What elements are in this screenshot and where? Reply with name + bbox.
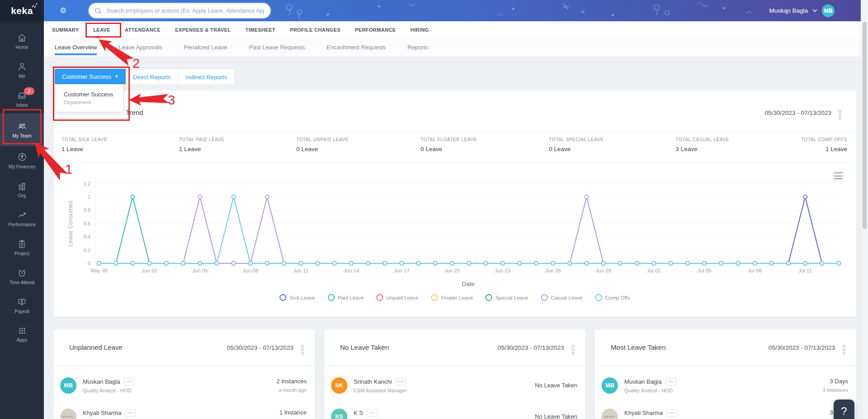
card-title: Unplanned Leave	[69, 343, 123, 351]
card-date-range[interactable]: 05/30/2023 - 07/13/2023	[227, 344, 294, 351]
svg-text:Jun 08: Jun 08	[242, 268, 258, 273]
sidebar-item-payroll[interactable]: Payroll	[0, 291, 44, 320]
sidebar-item-org[interactable]: Org	[0, 175, 44, 204]
card-date-range[interactable]: 05/30/2023 - 07/13/2023	[768, 344, 835, 351]
tab-hiring[interactable]: HIRING	[403, 27, 436, 33]
tab-direct-reports[interactable]: Direct Reports	[126, 69, 178, 85]
employee-more-icon[interactable]	[125, 409, 136, 417]
employee-name[interactable]: K S	[354, 409, 363, 416]
sidebar-item-apps[interactable]: Apps	[0, 320, 44, 349]
global-search[interactable]	[89, 3, 270, 18]
trend-card-menu-icon[interactable]	[838, 109, 842, 121]
sidebar-item-project[interactable]: Project	[0, 233, 44, 262]
stat-total-paid-leave: TOTAL PAID LEAVE1 Leave	[179, 137, 224, 162]
employee-name[interactable]: Srinath Kanchi	[354, 378, 392, 385]
team-icon	[17, 121, 27, 131]
employee-more-icon[interactable]	[123, 378, 134, 386]
subtab-past-leave-requests[interactable]: Past Leave Requests	[238, 38, 316, 57]
no-leave-taken-card: No Leave Taken 05/30/2023 - 07/13/2023 S…	[324, 330, 586, 419]
search-input[interactable]	[105, 7, 270, 14]
tab-expenses-travel[interactable]: EXPENSES & TRAVEL	[168, 27, 238, 33]
avatar[interactable]: KHYATI	[602, 409, 618, 419]
keka-logo-text: keka	[11, 5, 33, 16]
subtab-penalized-leave[interactable]: Penalized Leave	[173, 38, 238, 57]
avatar[interactable]: KS	[331, 409, 347, 419]
sidebar-item-my-finances[interactable]: My Finances	[0, 146, 44, 175]
help-button[interactable]: ?	[834, 400, 854, 419]
team-filter-group: Customer Success ▼ Direct Reports Indire…	[55, 69, 235, 85]
subtab-encashment-requests[interactable]: Encashment Requests	[316, 38, 397, 57]
dropdown-menu-item[interactable]: Customer Success Department	[55, 91, 123, 105]
employee-name[interactable]: Khyati Sharma	[624, 409, 663, 416]
employee-more-icon[interactable]	[367, 409, 378, 417]
tab-leave[interactable]: LEAVE	[86, 27, 118, 33]
legend-casual-leave[interactable]: Casual Leave	[541, 294, 583, 301]
sidebar-item-home[interactable]: Home	[0, 27, 44, 56]
payroll-monitor-icon	[17, 297, 27, 307]
legend-unpaid-leave[interactable]: Unpaid Leave	[376, 294, 418, 301]
svg-text:0.8: 0.8	[84, 207, 90, 213]
svg-text:Jul 05: Jul 05	[697, 268, 711, 273]
employee-row: MB Muskan Bagla Quality Analyst - HOD 2 …	[53, 370, 315, 401]
tab-profile-changes[interactable]: PROFILE CHANGES	[283, 27, 348, 33]
leave-subtabs: Leave Overview Leave Approvals Penalized…	[44, 38, 861, 57]
svg-text:Jul 11: Jul 11	[798, 268, 812, 273]
card-menu-icon[interactable]	[842, 344, 846, 356]
employee-name[interactable]: Khyati Sharma	[83, 409, 121, 416]
user-menu[interactable]: Muskan Bagla MB	[769, 0, 835, 21]
leave-trend-chart: 00.20.40.60.811.2May 30Jun 02Jun 05Jun 0…	[53, 163, 856, 294]
employee-name[interactable]: Muskan Bagla	[83, 378, 120, 385]
sidebar-item-performance[interactable]: Performance	[0, 204, 44, 233]
tab-summary[interactable]: SUMMARY	[45, 27, 86, 33]
employee-more-icon[interactable]	[395, 378, 406, 386]
legend-floater-leave[interactable]: Floater Leave	[431, 294, 473, 301]
card-menu-icon[interactable]	[571, 344, 575, 356]
trend-date-range[interactable]: 05/30/2023 - 07/13/2023	[765, 110, 831, 116]
legend-comp-offs[interactable]: Comp Offs	[595, 294, 630, 301]
sidebar-item-time-attend[interactable]: Time Attend	[0, 262, 44, 291]
chart-export-menu-icon[interactable]	[833, 171, 844, 181]
card-title: No Leave Taken	[340, 343, 389, 351]
leave-instances: 1 Instance	[279, 409, 307, 416]
subtab-leave-overview[interactable]: Leave Overview	[44, 38, 108, 57]
avatar[interactable]: SK	[331, 377, 347, 394]
subtab-reports[interactable]: Reports	[397, 38, 439, 57]
employee-more-icon[interactable]	[665, 378, 676, 386]
subtab-leave-approvals[interactable]: Leave Approvals	[108, 38, 173, 57]
clipboard-icon	[17, 239, 27, 249]
svg-text:0.4: 0.4	[84, 234, 90, 239]
legend-special-leave[interactable]: Special Leave	[485, 294, 528, 301]
settings-gear-icon[interactable]: ⚙	[60, 0, 66, 21]
employee-more-icon[interactable]	[667, 409, 678, 417]
tab-performance[interactable]: PERFORMANCE	[348, 27, 403, 33]
keka-logo[interactable]: keka	[0, 0, 44, 21]
leave-when: a month ago	[276, 387, 307, 393]
department-dropdown[interactable]: Customer Success ▼	[55, 69, 126, 84]
chart-legend: Sick Leave Paid Leave Unpaid Leave Float…	[53, 294, 856, 301]
avatar[interactable]: MB	[602, 377, 618, 394]
tab-attendance[interactable]: ATTENDANCE	[118, 27, 168, 33]
employee-name[interactable]: Muskan Bagla	[624, 378, 661, 385]
building-icon	[17, 181, 27, 191]
tab-timesheet[interactable]: TIMESHEET	[238, 27, 283, 33]
legend-paid-leave[interactable]: Paid Leave	[328, 294, 364, 301]
svg-text:Jun 11: Jun 11	[293, 268, 308, 273]
tab-indirect-reports[interactable]: Indirect Reports	[178, 69, 235, 85]
card-title: Most Leave Taken	[611, 343, 665, 351]
stat-total-casual-leave: TOTAL CASUAL LEAVE3 Leave	[676, 137, 729, 162]
sidebar-item-me[interactable]: Me	[0, 56, 44, 85]
trend-card-title: Trend	[126, 109, 143, 116]
user-avatar[interactable]: MB	[822, 5, 835, 17]
card-date-range[interactable]: 05/30/2023 - 07/13/2023	[498, 344, 564, 351]
avatar[interactable]: KHYATI	[60, 409, 76, 419]
scrollbar[interactable]	[861, 0, 868, 419]
avatar[interactable]: MB	[60, 377, 76, 394]
card-menu-icon[interactable]	[300, 344, 305, 356]
legend-sick-leave[interactable]: Sick Leave	[280, 294, 315, 301]
sidebar-item-inbox[interactable]: Inbox 2	[0, 85, 44, 114]
user-icon	[17, 62, 27, 71]
user-name: Muskan Bagla	[769, 7, 808, 14]
scrollbar-thumb[interactable]	[863, 22, 867, 229]
leave-days: 3 Days	[823, 378, 848, 385]
sidebar-item-my-team[interactable]: My Team	[0, 114, 44, 146]
